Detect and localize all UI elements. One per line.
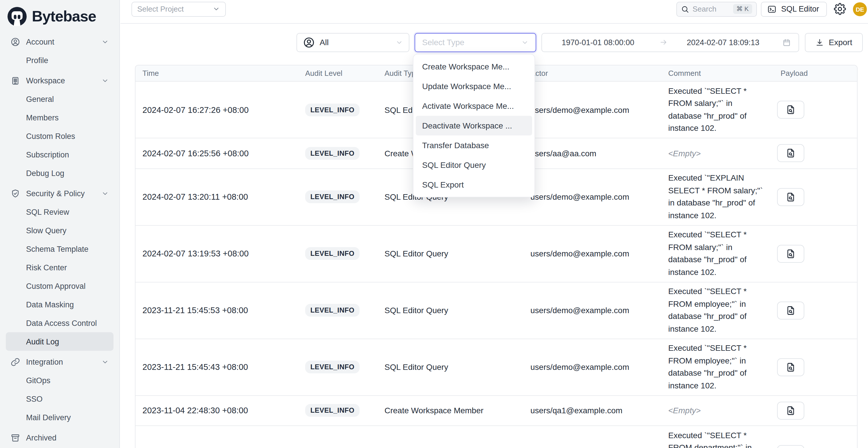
cell-actor: users/demo@example.com <box>525 426 663 448</box>
bytebase-logo[interactable]: Bytebase <box>0 0 119 30</box>
sidebar-item-workspace[interactable]: Workspace <box>6 71 114 90</box>
sidebar-item-risk-center[interactable]: Risk Center <box>6 258 114 277</box>
type-option-create-workspace-me[interactable]: Create Workspace Me... <box>416 57 532 76</box>
type-option-transfer-database[interactable]: Transfer Database <box>416 135 532 155</box>
brand-name: Bytebase <box>32 7 96 25</box>
archive-icon <box>10 433 20 443</box>
payload-button[interactable] <box>777 101 804 119</box>
type-option-deactivate-workspace[interactable]: Deactivate Workspace ... <box>416 116 532 135</box>
search-input[interactable]: Search ⌘ K <box>676 1 757 17</box>
file-search-icon <box>785 305 796 316</box>
search-icon <box>681 5 689 13</box>
comment-text: Executed `"EXPLAINSELECT * FROM salary;"… <box>668 172 763 222</box>
type-filter-select[interactable]: Select Type <box>414 33 536 52</box>
payload-button[interactable] <box>777 188 804 206</box>
sidebar-item-label: GitOps <box>26 376 51 385</box>
sidebar-item-data-access-control[interactable]: Data Access Control <box>6 314 114 332</box>
level-badge: LEVEL_INFO <box>305 190 360 203</box>
sidebar-item-slow-query[interactable]: Slow Query <box>6 221 114 239</box>
sidebar-item-custom-roles[interactable]: Custom Roles <box>6 127 114 145</box>
sidebar-item-account[interactable]: Account <box>6 32 114 51</box>
avatar[interactable]: DE <box>853 2 867 16</box>
cell-audit-level: LEVEL_INFO <box>302 395 380 425</box>
chevron-down-icon <box>521 38 529 46</box>
sidebar-item-mail-delivery[interactable]: Mail Delivery <box>6 408 114 426</box>
arrow-right-icon <box>659 38 668 46</box>
chevron-down-icon <box>101 358 109 365</box>
cell-audit-type: SQL Editor Query <box>380 339 525 395</box>
sidebar-item-label: Archived <box>26 433 57 442</box>
payload-button[interactable] <box>777 402 804 420</box>
sidebar-item-label: Workspace <box>26 76 65 85</box>
column-header-comment: Comment <box>663 65 772 81</box>
audit-log-page: Bytebase AccountProfileWorkspaceGeneralM… <box>0 0 868 448</box>
sidebar-item-custom-approval[interactable]: Custom Approval <box>6 277 114 295</box>
date-from-value: 1970-01-01 08:00:00 <box>562 38 634 46</box>
sidebar-item-label: Schema Template <box>26 245 89 253</box>
sidebar-nav: AccountProfileWorkspaceGeneralMembersCus… <box>0 32 119 447</box>
payload-button[interactable] <box>777 445 804 448</box>
cell-actor: users/demo@example.com <box>525 169 663 225</box>
cell-audit-level: LEVEL_INFO <box>302 339 380 395</box>
sidebar-item-profile[interactable]: Profile <box>6 51 114 69</box>
sql-editor-label: SQL Editor <box>781 5 819 13</box>
cell-time: 2023-11-21 15:45:43 +08:00 <box>135 339 302 395</box>
cell-audit-type: SQL Editor Query <box>380 426 525 448</box>
payload-button[interactable] <box>777 358 804 376</box>
arrow-right-icon <box>659 38 668 46</box>
cell-payload <box>772 225 858 282</box>
chevron-down-icon <box>396 38 403 46</box>
gear-icon[interactable] <box>834 3 846 15</box>
sidebar-item-sso[interactable]: SSO <box>6 389 114 408</box>
payload-button[interactable] <box>777 145 804 162</box>
type-option-sql-export[interactable]: SQL Export <box>416 175 532 194</box>
sidebar-item-security-policy[interactable]: Security & Policy <box>6 184 114 202</box>
sidebar-item-audit-log[interactable]: Audit Log <box>6 332 114 351</box>
sidebar-item-general[interactable]: General <box>6 90 114 108</box>
sidebar: Bytebase AccountProfileWorkspaceGeneralM… <box>0 0 120 448</box>
column-header-audit-level: Audit Level <box>302 65 380 81</box>
export-button[interactable]: Export <box>805 33 863 52</box>
sidebar-item-integration[interactable]: Integration <box>6 352 114 371</box>
sidebar-item-data-masking[interactable]: Data Masking <box>6 295 114 314</box>
date-range-picker[interactable]: 1970-01-01 08:00:00 2024-02-07 18:09:13 <box>541 33 799 52</box>
building-icon <box>10 75 20 85</box>
sidebar-item-debug-log[interactable]: Debug Log <box>6 164 114 182</box>
file-search-icon <box>785 191 796 202</box>
sidebar-item-schema-template[interactable]: Schema Template <box>6 239 114 258</box>
type-filter-placeholder: Select Type <box>422 38 464 47</box>
cell-audit-type: SQL Editor Query <box>380 282 525 338</box>
sidebar-item-subscription[interactable]: Subscription <box>6 145 114 164</box>
comment-text: Executed `"SELECT *FROM salary;"` indata… <box>668 229 747 279</box>
select-project-dropdown[interactable]: Select Project <box>131 1 226 17</box>
sidebar-item-archived[interactable]: Archived <box>6 428 114 447</box>
type-option-update-workspace-me[interactable]: Update Workspace Me... <box>416 76 532 96</box>
sidebar-item-gitops[interactable]: GitOps <box>6 371 114 389</box>
type-option-activate-workspace-me[interactable]: Activate Workspace Me... <box>416 96 532 116</box>
payload-button[interactable] <box>777 245 804 262</box>
sidebar-item-label: Debug Log <box>26 169 64 178</box>
cell-actor: users/aa@aa.com <box>525 138 663 168</box>
chevron-down-icon <box>101 77 109 84</box>
sidebar-item-members[interactable]: Members <box>6 108 114 127</box>
comment-text: Executed `"SELECT *FROM department;"` in… <box>668 429 752 448</box>
column-header-payload: Payload <box>772 65 858 81</box>
sidebar-item-label: Account <box>26 37 55 46</box>
type-option-sql-editor-query[interactable]: SQL Editor Query <box>416 155 532 175</box>
cell-payload <box>772 138 858 168</box>
sql-editor-button[interactable]: SQL Editor <box>761 1 827 17</box>
table-row: 2023-11-04 22:48:30 +08:00LEVEL_INFOCrea… <box>135 395 857 426</box>
type-dropdown-menu: Create Workspace Me...Update Workspace M… <box>413 54 535 197</box>
cell-comment: <Empty> <box>663 395 772 425</box>
user-circle-icon <box>10 37 20 46</box>
level-badge: LEVEL_INFO <box>305 304 360 317</box>
sidebar-item-label: Slow Query <box>26 226 67 235</box>
table-row: 2024-02-07 13:19:53 +08:00LEVEL_INFOSQL … <box>135 225 857 282</box>
actor-filter-select[interactable]: All <box>297 33 409 52</box>
chevron-down-icon <box>396 38 403 46</box>
payload-button[interactable] <box>777 301 804 319</box>
sidebar-item-sql-review[interactable]: SQL Review <box>6 202 114 221</box>
sidebar-item-label: Members <box>26 113 59 122</box>
comment-text: Executed `"SELECT *FROM employee;"` inda… <box>668 285 747 335</box>
cell-audit-level: LEVEL_INFO <box>302 82 380 138</box>
